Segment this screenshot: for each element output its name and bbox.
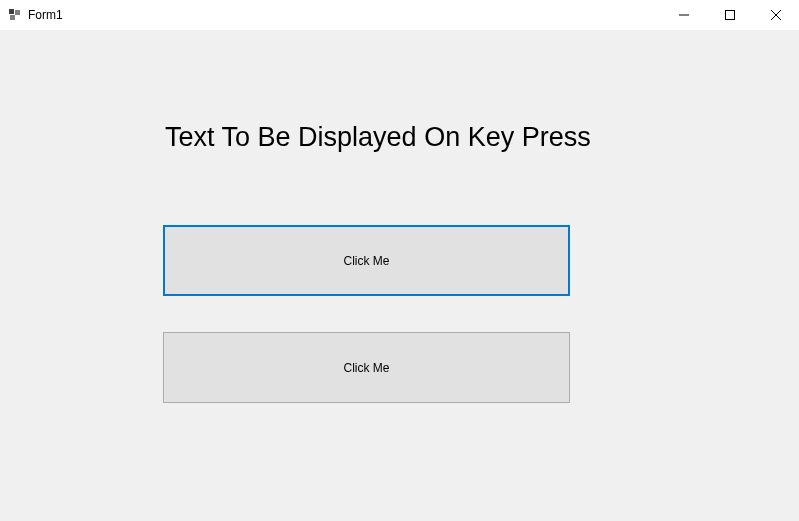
click-me-button-1[interactable]: Click Me — [163, 225, 570, 296]
form-client-area: Text To Be Displayed On Key Press Click … — [0, 30, 799, 521]
heading-label: Text To Be Displayed On Key Press — [165, 122, 591, 153]
click-me-button-2[interactable]: Click Me — [163, 332, 570, 403]
close-button[interactable] — [753, 0, 799, 30]
window-titlebar: Form1 — [0, 0, 799, 30]
maximize-button[interactable] — [707, 0, 753, 30]
svg-rect-1 — [15, 10, 20, 15]
titlebar-buttons — [661, 0, 799, 30]
svg-rect-4 — [726, 11, 735, 20]
window-title: Form1 — [28, 8, 63, 22]
svg-rect-2 — [10, 15, 15, 20]
titlebar-left: Form1 — [8, 8, 63, 22]
minimize-button[interactable] — [661, 0, 707, 30]
svg-rect-0 — [9, 9, 14, 14]
button-label: Click Me — [343, 254, 389, 268]
app-icon — [8, 8, 22, 22]
button-label: Click Me — [343, 361, 389, 375]
